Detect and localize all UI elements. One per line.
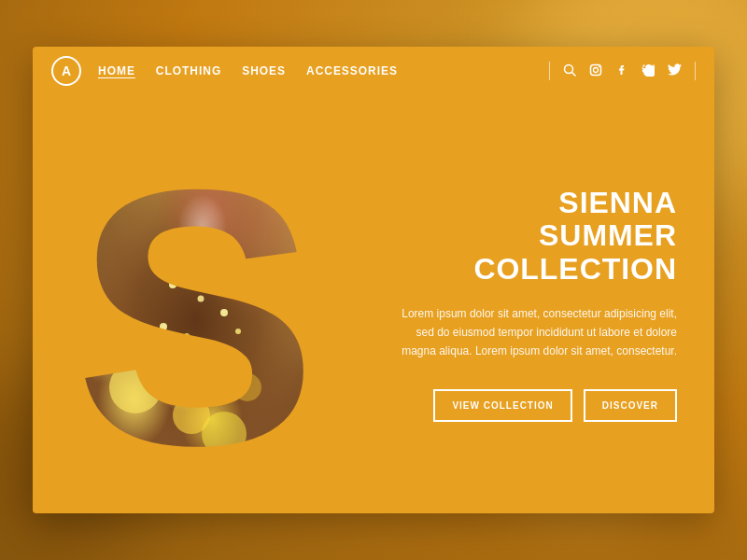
twitter-bird-icon[interactable] — [668, 63, 682, 78]
collection-description: Lorem ipsum dolor sit amet, consectetur … — [388, 304, 677, 361]
brand-logo[interactable]: A — [51, 56, 81, 86]
main-card: A HOME CLOTHING SHOES ACCESSORIES — [33, 47, 714, 513]
twitter-icon[interactable] — [641, 63, 655, 79]
instagram-icon[interactable] — [589, 63, 602, 79]
nav-links: HOME CLOTHING SHOES ACCESSORIES — [98, 64, 398, 77]
content-area: SIENNA SUMMER COLLECTION Lorem ipsum dol… — [369, 95, 686, 513]
s-letter-container: S — [42, 98, 350, 499]
discover-button[interactable]: DISCOVER — [584, 389, 677, 422]
nav-accessories[interactable]: ACCESSORIES — [306, 64, 398, 77]
svg-line-1 — [572, 72, 576, 76]
page-wrapper: A HOME CLOTHING SHOES ACCESSORIES — [0, 0, 747, 560]
search-icon[interactable] — [563, 63, 576, 79]
title-line2: SUMMER COLLECTION — [473, 218, 677, 285]
view-collection-button[interactable]: VIEW COLLECTION — [433, 389, 571, 422]
collection-title: SIENNA SUMMER COLLECTION — [388, 187, 677, 286]
logo-letter: A — [62, 63, 71, 78]
facebook-icon[interactable] — [615, 63, 628, 79]
button-group: VIEW COLLECTION DISCOVER — [388, 389, 677, 422]
navbar: A HOME CLOTHING SHOES ACCESSORIES — [33, 47, 714, 95]
nav-divider — [549, 62, 550, 80]
svg-point-4 — [599, 65, 600, 67]
nav-divider-right — [695, 62, 696, 80]
nav-right — [549, 62, 696, 80]
title-line1: SIENNA — [558, 186, 677, 219]
svg-point-3 — [594, 67, 599, 72]
nav-shoes[interactable]: SHOES — [242, 64, 286, 77]
nav-home[interactable]: HOME — [98, 64, 135, 77]
nav-clothing[interactable]: CLOTHING — [156, 64, 221, 77]
svg-rect-28 — [42, 98, 350, 499]
